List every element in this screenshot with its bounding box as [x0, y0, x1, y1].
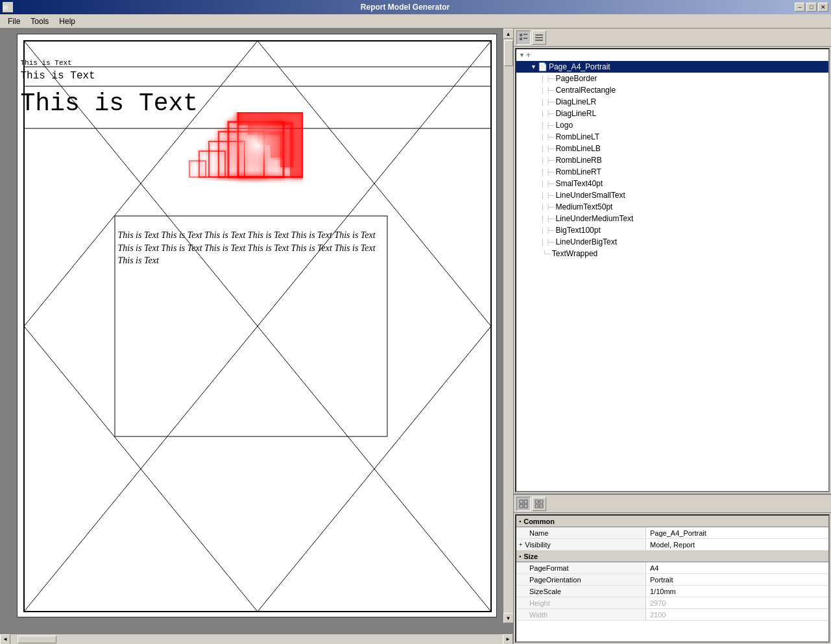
- prop-height-value: 2970: [646, 597, 828, 608]
- svg-rect-21: [520, 34, 522, 36]
- svg-rect-29: [524, 500, 527, 503]
- scroll-left-button[interactable]: ◄: [0, 634, 10, 645]
- scroll-thumb-v[interactable]: [504, 40, 513, 66]
- prop-pageorientation-row: PageOrientation Portrait: [516, 574, 828, 586]
- tree-item-lineundersmall[interactable]: │ ├─ LineUnderSmallText: [516, 189, 828, 201]
- svg-rect-27: [535, 40, 543, 41]
- svg-rect-26: [535, 37, 543, 38]
- prop-name-label: Name: [516, 527, 646, 538]
- scroll-track-v[interactable]: [503, 39, 513, 613]
- tree-item-textwrapped[interactable]: └─ TextWrapped: [516, 248, 828, 259]
- properties-toolbar: [514, 495, 831, 513]
- scroll-right-button[interactable]: ►: [503, 634, 513, 645]
- wrapped-text: This is Text This is Text This is Text T…: [118, 229, 384, 443]
- page-canvas: This is Text This is Text This is Text T…: [17, 34, 497, 617]
- prop-visibility-row: + Visibility Model, Report: [516, 539, 828, 551]
- tree-item-romblinerb[interactable]: │ ├─ RombLineRB: [516, 154, 828, 166]
- svg-rect-30: [520, 505, 523, 508]
- prop-name-value: Page_A4_Portrait: [646, 527, 828, 538]
- minimize-button[interactable]: –: [795, 3, 805, 12]
- window-controls: – □ ✕: [795, 3, 828, 12]
- prop-visibility-label: + Visibility: [516, 539, 646, 550]
- props-grid-button[interactable]: [516, 497, 531, 511]
- tree-item-romblinelb[interactable]: │ ├─ RombLineLB: [516, 143, 828, 154]
- tree-content[interactable]: ▼ + ▼ 📄 Page_A4_Portrait │ ├─ PageBorder…: [515, 48, 830, 492]
- tree-item-mediumtext[interactable]: │ ├─ MediumText50pt: [516, 201, 828, 213]
- properties-content: ▪ Common Name Page_A4_Portrait + Visibil…: [515, 514, 830, 643]
- scroll-up-button[interactable]: ▲: [503, 29, 514, 39]
- prop-pageformat-row: PageFormat A4: [516, 562, 828, 574]
- vertical-scrollbar[interactable]: ▲ ▼: [503, 29, 513, 623]
- size-expand-icon: ▪: [519, 553, 521, 560]
- medium-text: This is Text: [21, 70, 95, 82]
- menu-file[interactable]: File: [3, 16, 25, 27]
- svg-rect-23: [520, 38, 522, 40]
- app-title: Report Model Generator: [16, 3, 795, 12]
- svg-rect-22: [524, 34, 527, 35]
- svg-rect-24: [524, 38, 527, 39]
- prop-height-label: Height: [516, 597, 646, 608]
- prop-pageorientation-value: Portrait: [646, 574, 828, 585]
- properties-panel: ▪ Common Name Page_A4_Portrait + Visibil…: [514, 495, 831, 644]
- app-icon: ⊞: [3, 2, 13, 12]
- big-text: This is Text: [21, 89, 199, 117]
- visibility-expand-icon[interactable]: +: [519, 542, 522, 548]
- common-expand-icon: ▪: [519, 518, 521, 525]
- menu-tools[interactable]: Tools: [25, 16, 54, 27]
- tree-item-page-a4-portrait[interactable]: ▼ 📄 Page_A4_Portrait: [516, 61, 828, 73]
- svg-rect-25: [535, 34, 543, 36]
- canvas-panel: This is Text This is Text This is Text T…: [0, 29, 513, 644]
- prop-sizescale-label: SizeScale: [516, 586, 646, 597]
- prop-pageformat-label: PageFormat: [516, 562, 646, 573]
- svg-rect-31: [524, 505, 527, 508]
- props-section-size[interactable]: ▪ Size: [516, 551, 828, 562]
- close-button[interactable]: ✕: [818, 3, 828, 12]
- tree-panel: ▼ + ▼ 📄 Page_A4_Portrait │ ├─ PageBorder…: [514, 29, 831, 495]
- props-section-common[interactable]: ▪ Common: [516, 516, 828, 527]
- right-panel: ▼ + ▼ 📄 Page_A4_Portrait │ ├─ PageBorder…: [513, 29, 831, 644]
- small-text: This is Text: [21, 59, 72, 67]
- prop-pageorientation-label: PageOrientation: [516, 574, 646, 585]
- tree-toolbar: [514, 29, 831, 47]
- tree-item-diaglinelr[interactable]: │ ├─ DiagLineLR: [516, 96, 828, 108]
- menu-help[interactable]: Help: [54, 16, 80, 27]
- tree-item-romblinelt[interactable]: │ ├─ RombLineLT: [516, 131, 828, 143]
- tree-item-bigtext[interactable]: │ ├─ BigText100pt: [516, 224, 828, 236]
- menu-bar: File Tools Help: [0, 14, 831, 29]
- main-layout: This is Text This is Text This is Text T…: [0, 29, 831, 644]
- tree-item-pageborder[interactable]: │ ├─ PageBorder: [516, 73, 828, 84]
- canvas-container: This is Text This is Text This is Text T…: [0, 29, 513, 634]
- props-list-button[interactable]: [532, 497, 546, 511]
- tree-item-smalltext[interactable]: │ ├─ SmalText40pt: [516, 178, 828, 189]
- horizontal-scrollbar[interactable]: ◄ ►: [0, 634, 513, 644]
- prop-pageformat-value: A4: [646, 562, 828, 573]
- svg-rect-28: [520, 500, 523, 503]
- scroll-down-button[interactable]: ▼: [503, 613, 514, 623]
- prop-name-row: Name Page_A4_Portrait: [516, 527, 828, 539]
- list-view-button[interactable]: [532, 30, 546, 45]
- tree-item-lineundermedium[interactable]: │ ├─ LineUnderMediumText: [516, 213, 828, 224]
- tree-item-logo[interactable]: │ ├─ Logo: [516, 119, 828, 131]
- maximize-button[interactable]: □: [806, 3, 817, 12]
- prop-sizescale-row: SizeScale 1/10mm: [516, 586, 828, 597]
- tree-item-centralrectangle[interactable]: │ ├─ CentralRectangle: [516, 84, 828, 96]
- prop-visibility-value: Model, Report: [646, 539, 828, 550]
- tree-root-expand[interactable]: ▼ +: [516, 49, 828, 61]
- tree-item-lineunderbig[interactable]: │ ├─ LineUnderBigText: [516, 236, 828, 248]
- tree-view-button[interactable]: [516, 30, 531, 45]
- canvas-scroll-area[interactable]: This is Text This is Text This is Text T…: [0, 29, 513, 634]
- prop-height-row: Height 2970: [516, 597, 828, 609]
- prop-width-label: Width: [516, 609, 646, 620]
- title-bar: ⊞ Report Model Generator – □ ✕: [0, 0, 831, 14]
- tree-item-diaglinerl[interactable]: │ ├─ DiagLineRL: [516, 108, 828, 119]
- prop-width-row: Width 2100: [516, 609, 828, 621]
- prop-width-value: 2100: [646, 609, 828, 620]
- prop-sizescale-value: 1/10mm: [646, 586, 828, 597]
- tree-item-romblinert[interactable]: │ ├─ RombLineRT: [516, 166, 828, 178]
